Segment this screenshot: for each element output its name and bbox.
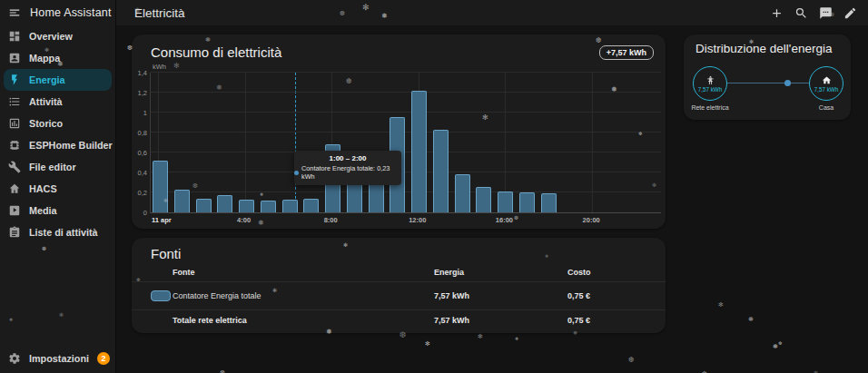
series-color-swatch [151,290,171,301]
bar-13:00[interactable] [433,130,449,212]
sidebar-item-media[interactable]: Media [4,200,112,221]
source-name: Totale rete elettrica [173,316,247,325]
sidebar-item-overview[interactable]: Overview [4,25,112,47]
gridline [245,73,246,212]
bar-5:00[interactable] [261,201,276,212]
column-fonte: Fonte [173,268,195,277]
source-row-2[interactable]: Totale rete elettrica7,57 kWh0,75 € [132,309,666,331]
sidebar-item-esphome-builder[interactable]: ESPHome Builder [4,134,112,156]
bar-12:00[interactable] [411,91,427,212]
sidebar: Home Assistant OverviewMappaEnergiaAttiv… [0,0,116,373]
sidebar-item-mappa[interactable]: Mappa [4,47,112,69]
y-tick-label: 0,8 [132,129,147,137]
topbar: Elettricità [116,0,868,25]
source-row-1[interactable]: Contatore Energia totale7,57 kWh0,75 € [132,281,666,310]
node-value: 7,57 kWh [814,86,839,93]
notification-badge[interactable]: 2 [97,352,110,365]
hacs-icon [8,182,21,195]
plus-icon[interactable] [770,6,784,20]
wrench-icon [8,161,21,173]
y-tick-label: 1,2 [132,89,147,97]
bar-0:00[interactable] [153,161,168,212]
topbar-actions [770,6,857,20]
chat-icon[interactable] [819,6,833,20]
x-tick-label: 4:00 [224,216,264,224]
content: Consumo di elettricità +7,57 kWh kWh 00,… [116,25,868,373]
energy-node-circle: 7,57 kWh [693,66,727,101]
source-name: Contatore Energia totale [173,291,261,300]
distribution-card-title: Distribuzione dell'energia [695,42,832,55]
bar-1:00[interactable] [174,190,190,212]
x-tick-label: 16:00 [484,216,524,224]
tooltip-value: Contatore Energia totale: 0,23 kWh [301,164,401,181]
sidebar-item-impostazioni[interactable]: Impostazioni 2 [0,347,115,370]
gridline [151,112,661,113]
view-dashboard-icon [8,30,21,43]
bar-2:00[interactable] [196,199,212,212]
y-tick-label: 0,2 [132,189,147,197]
y-tick-label: 1 [132,109,147,117]
x-tick-label: 20:00 [571,216,611,224]
energy-sources-card: Fonti Fonte Energia Costo Contatore Ener… [132,238,666,333]
y-tick-label: 1,4 [132,69,147,77]
source-cost: 0,75 € [567,316,590,325]
node-label: Rete elettrica [691,104,728,111]
magnify-icon[interactable] [794,6,808,20]
total-energy-badge[interactable]: +7,57 kWh [599,45,654,60]
energy-node-casa[interactable]: 7,57 kWhCasa [800,66,853,111]
sidebar-item-label: File editor [29,162,76,172]
bar-16:00[interactable] [498,191,513,212]
energy-distribution-card: Distribuzione dell'energia 7,57 kWhRete … [684,34,851,120]
gridline [151,132,661,133]
map-account-icon [8,52,21,64]
bar-6:00[interactable] [282,200,298,212]
sidebar-item-file-editor[interactable]: File editor [4,156,112,178]
bar-4:00[interactable] [239,200,254,212]
source-energy: 7,57 kWh [434,291,469,300]
consumption-bar-chart[interactable] [150,73,661,213]
energy-flow-line [727,83,809,83]
sidebar-item-label: Media [29,205,57,216]
x-tick-label: 11 apr [152,216,192,224]
chip-icon [8,139,21,152]
clipboard-icon [8,226,21,239]
bar-17:00[interactable] [519,192,535,212]
source-cost: 0,75 € [567,291,590,300]
energy-node-circle: 7,57 kWh [809,66,843,101]
y-axis-unit: kWh [153,63,166,71]
bar-3:00[interactable] [217,195,232,212]
bar-14:00[interactable] [455,174,470,212]
menu-icon[interactable] [8,6,21,19]
y-tick-label: 0 [132,209,147,217]
bar-7:00[interactable] [303,199,319,212]
chart-tooltip: 1:00 – 2:00 Contatore Energia totale: 0,… [294,151,401,185]
sidebar-header: Home Assistant [0,0,115,25]
sidebar-item-label: Overview [29,31,73,42]
source-energy: 7,57 kWh [434,316,469,325]
sidebar-item-hacs[interactable]: HACS [4,178,112,200]
sidebar-item-label: Energia [29,74,65,85]
sources-table-header: Fonte Energia Costo [132,261,666,282]
energy-node-rete-elettrica[interactable]: 7,57 kWhRete elettrica [684,66,736,111]
bar-15:00[interactable] [476,187,491,212]
settings-label: Impostazioni [29,353,89,364]
flash-icon [8,74,21,86]
sidebar-item-label: Storico [29,118,63,129]
consumption-card-title: Consumo di elettricità [151,44,281,60]
bar-10:00[interactable] [369,182,384,212]
sidebar-item-energia[interactable]: Energia [4,69,112,91]
gridline [592,73,593,212]
chart-box-icon [8,117,21,130]
bar-18:00[interactable] [541,193,557,212]
play-box-icon [8,204,21,217]
tooltip-time-range: 1:00 – 2:00 [294,154,401,162]
node-label: Casa [819,104,833,111]
energy-flow-dot [784,80,791,86]
tower-icon [705,75,715,85]
list-icon [8,95,21,108]
column-energia: Energia [434,268,464,277]
pencil-icon[interactable] [843,6,857,20]
sidebar-item-liste-di-attivit-[interactable]: Liste di attività [4,221,112,243]
sidebar-item-attivit-[interactable]: Attività [4,91,112,113]
sidebar-item-storico[interactable]: Storico [4,113,112,134]
